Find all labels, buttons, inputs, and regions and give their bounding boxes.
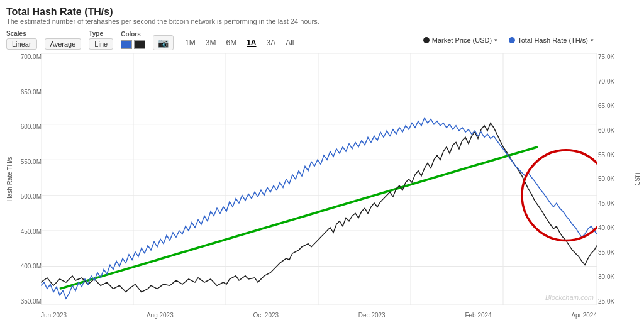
- y-right-45k: 45.0K: [598, 200, 614, 207]
- y-left-650: 650.0M: [21, 89, 42, 96]
- x-feb2024: Feb 2024: [465, 312, 491, 319]
- legend-market-price: Market Price (USD) ▾: [423, 36, 497, 44]
- chart-header: Total Hash Rate (TH/s) The estimated num…: [6, 6, 635, 25]
- x-axis: Jun 2023 Aug 2023 Oct 2023 Dec 2023 Feb …: [41, 312, 597, 319]
- x-dec2023: Dec 2023: [358, 312, 386, 319]
- y-axis-right-title: USD: [633, 172, 640, 185]
- time-3m[interactable]: 3M: [202, 37, 220, 48]
- green-trend-line: [60, 147, 538, 289]
- y-left-550: 550.0M: [21, 158, 42, 165]
- average-label: [45, 30, 47, 37]
- y-left-400: 400.0M: [21, 263, 42, 270]
- type-button[interactable]: Line: [89, 38, 113, 50]
- legend-market-price-label: Market Price (USD): [432, 36, 492, 44]
- chart-area: [41, 53, 597, 305]
- y-right-65k: 65.0K: [598, 102, 614, 109]
- y-left-500: 500.0M: [21, 193, 42, 200]
- y-right-35k: 35.0K: [598, 249, 614, 256]
- scales-button[interactable]: Linear: [6, 38, 37, 50]
- blue-hash-rate-line: [41, 118, 597, 299]
- time-6m[interactable]: 6M: [223, 37, 241, 48]
- y-right-25k: 25.0K: [598, 298, 614, 305]
- y-left-450: 450.0M: [21, 228, 42, 235]
- main-chart-svg: [41, 53, 597, 305]
- legend-dot-black: [423, 37, 430, 43]
- y-right-70k: 70.0K: [598, 78, 614, 85]
- y-right-75k: 75.0K: [598, 53, 614, 60]
- type-label: Type: [89, 30, 103, 37]
- x-apr2024: Apr 2024: [571, 312, 597, 319]
- y-left-600: 600.0M: [21, 123, 42, 130]
- y-axis-left-title: Hash Rate TH/s: [6, 157, 13, 202]
- y-axis-left-title-container: Hash Rate TH/s: [5, 53, 14, 305]
- x-oct2023: Oct 2023: [253, 312, 279, 319]
- chart-legend: Market Price (USD) ▾ Total Hash Rate (TH…: [423, 36, 594, 44]
- type-control: Type Line: [89, 30, 113, 50]
- color-swatches: [121, 40, 145, 49]
- scales-control: Scales Linear: [6, 30, 37, 50]
- time-buttons: 1M 3M 6M 1A 3A All: [181, 37, 297, 48]
- y-right-55k: 55.0K: [598, 151, 614, 158]
- swatch-blue[interactable]: [121, 40, 132, 49]
- camera-button[interactable]: 📷: [153, 35, 174, 50]
- y-axis-right-title-container: USD: [632, 53, 641, 305]
- legend-dot-blue: [509, 37, 515, 43]
- colors-label: Colors: [121, 31, 141, 38]
- y-right-30k: 30.0K: [598, 273, 614, 280]
- scales-label: Scales: [6, 30, 26, 37]
- time-3a[interactable]: 3A: [263, 37, 280, 48]
- y-right-60k: 60.0K: [598, 127, 614, 134]
- time-all[interactable]: All: [282, 37, 297, 48]
- legend-hash-rate-label: Total Hash Rate (TH/s): [518, 36, 588, 44]
- average-control: Average: [45, 30, 82, 50]
- legend-hash-rate: Total Hash Rate (TH/s) ▾: [509, 36, 594, 44]
- colors-control: Colors: [121, 31, 145, 49]
- chart-subtitle: The estimated number of terahashes per s…: [6, 18, 635, 25]
- y-left-350: 350.0M: [21, 298, 42, 305]
- time-1a[interactable]: 1A: [243, 37, 260, 48]
- x-aug2023: Aug 2023: [147, 312, 174, 319]
- y-left-700: 700.0M: [21, 53, 42, 60]
- legend-arrow-1: ▾: [494, 37, 497, 43]
- x-jun2023: Jun 2023: [41, 312, 67, 319]
- black-market-price-line: [41, 123, 597, 292]
- legend-arrow-2: ▾: [591, 37, 594, 43]
- y-right-50k: 50.0K: [598, 175, 614, 182]
- y-right-40k: 40.0K: [598, 224, 614, 231]
- swatch-black[interactable]: [134, 40, 145, 49]
- time-1m[interactable]: 1M: [181, 37, 199, 48]
- chart-title: Total Hash Rate (TH/s): [6, 6, 635, 18]
- chart-container: Total Hash Rate (TH/s) The estimated num…: [0, 0, 644, 325]
- average-button[interactable]: Average: [45, 38, 82, 50]
